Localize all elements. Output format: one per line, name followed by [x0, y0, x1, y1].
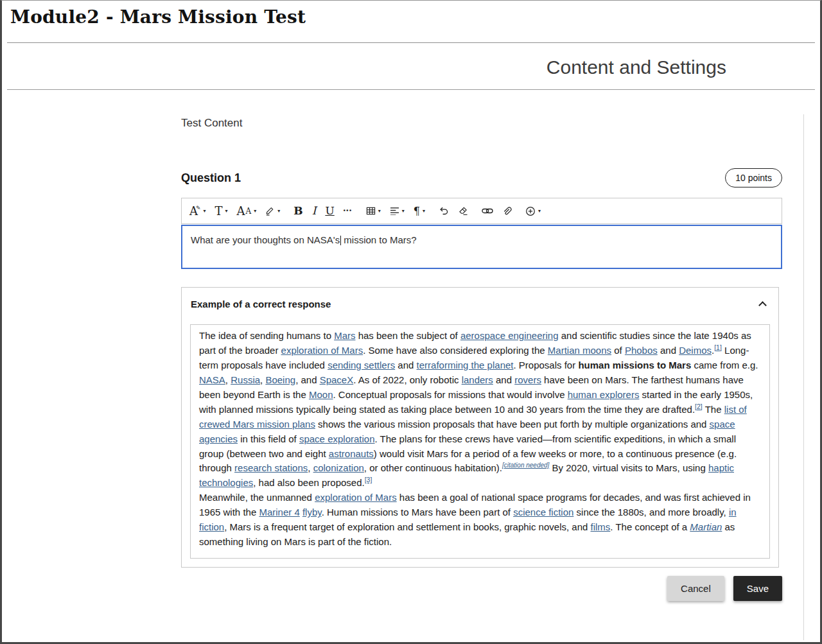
paragraph: The idea of sending humans to Mars has b…: [199, 329, 761, 491]
chevron-down-icon: ▾: [277, 208, 280, 214]
link-icon: [482, 207, 493, 215]
chevron-down-icon: ▾: [538, 208, 541, 214]
italic-button[interactable]: I: [308, 198, 321, 223]
inline-link[interactable]: flyby: [302, 507, 322, 518]
text-color-icon: A✎: [189, 205, 201, 217]
eraser-button[interactable]: [453, 198, 473, 223]
chevron-down-icon: ▾: [423, 208, 425, 214]
underline-button[interactable]: U: [320, 198, 338, 223]
editor-toolbar: A✎▾T▾AA▾▾BIU•••▾▾¶▾▾: [181, 198, 782, 224]
inline-link[interactable]: colonization: [313, 462, 364, 473]
tabs-row: Content and Settings: [2, 43, 820, 78]
inline-link[interactable]: Moon: [309, 389, 333, 400]
app-window: Module2 - Mars Mission Test Content and …: [0, 0, 822, 644]
example-response-text[interactable]: The idea of sending humans to Mars has b…: [190, 324, 770, 559]
editor-text-after-cursor: mission to Mars?: [341, 234, 417, 245]
chevron-up-icon: [758, 301, 767, 309]
example-panel-title: Example of a correct response: [191, 299, 331, 309]
reference-link[interactable]: [2]: [695, 403, 703, 410]
font-family-button[interactable]: T▾: [211, 198, 232, 223]
chevron-down-icon: ▾: [254, 208, 256, 214]
table-icon: [366, 206, 376, 216]
inline-link[interactable]: Boeing: [265, 374, 295, 385]
question-header-row: Question 1 10 points: [181, 168, 782, 187]
inline-link[interactable]: Russia: [231, 374, 260, 385]
reference-marker: [3]: [365, 476, 372, 483]
attachment-button[interactable]: [498, 198, 516, 223]
chevron-down-icon: ▾: [378, 208, 381, 214]
inline-link[interactable]: exploration of Mars: [315, 492, 397, 503]
inline-link[interactable]: exploration of Mars: [281, 345, 363, 356]
attachment-icon: [502, 206, 512, 216]
inline-link[interactable]: science fiction: [513, 507, 573, 518]
chevron-down-icon: ▾: [402, 208, 405, 214]
insert-content-icon: [525, 206, 536, 216]
inline-link[interactable]: rovers: [514, 374, 541, 385]
page-title: Module2 - Mars Mission Test: [2, 1, 820, 28]
font-size-button[interactable]: AA▾: [232, 198, 261, 223]
inline-link[interactable]: human explorers: [568, 389, 640, 400]
inline-link[interactable]: landers: [462, 374, 493, 385]
inline-link[interactable]: films: [591, 521, 611, 532]
paragraph: Meanwhile, the unmanned exploration of M…: [199, 491, 761, 550]
inline-link[interactable]: Deimos: [679, 345, 712, 356]
inline-link[interactable]: Phobos: [625, 345, 658, 356]
paragraph-icon: ¶: [414, 206, 420, 216]
table-button[interactable]: ▾: [362, 198, 385, 223]
inline-link[interactable]: terraforming the planet: [417, 360, 514, 370]
section-label: Test Content: [181, 117, 820, 130]
more-options-icon: •••: [344, 208, 353, 214]
main-content: Test Content Question 1 10 points A✎▾T▾A…: [2, 90, 820, 601]
inline-link[interactable]: NASA: [199, 374, 225, 385]
inline-link[interactable]: space exploration: [299, 433, 375, 444]
inline-link[interactable]: aerospace engineering: [460, 330, 559, 341]
inline-link[interactable]: sending settlers: [328, 360, 395, 370]
more-options-button[interactable]: •••: [339, 198, 357, 223]
inline-link[interactable]: Mariner 4: [259, 507, 299, 518]
reference-link[interactable]: [1]: [714, 344, 722, 351]
align-button[interactable]: ▾: [385, 198, 409, 223]
highlight-button[interactable]: ▾: [261, 198, 284, 223]
example-response-panel: Example of a correct response The idea o…: [181, 287, 779, 568]
example-panel-header[interactable]: Example of a correct response: [190, 297, 770, 311]
insert-content-button[interactable]: ▾: [521, 198, 545, 223]
editor-text-before-cursor: What are your thoughts on NASA's: [191, 234, 340, 245]
bold-icon: B: [293, 205, 302, 216]
question-text-editor[interactable]: What are your thoughts on NASA's mission…: [181, 225, 782, 269]
inline-link[interactable]: research stations: [234, 462, 308, 473]
reference-link[interactable]: [citation needed]: [502, 462, 549, 469]
inline-link[interactable]: astronauts: [329, 448, 374, 459]
reference-marker: [2]: [695, 403, 703, 410]
points-badge[interactable]: 10 points: [725, 168, 782, 187]
reference-marker: [1]: [714, 344, 722, 351]
link-button[interactable]: [477, 198, 498, 223]
undo-button[interactable]: [434, 198, 453, 223]
reference-link[interactable]: [3]: [365, 476, 372, 483]
underline-icon: U: [325, 205, 334, 216]
chevron-down-icon: ▾: [225, 208, 228, 214]
text-color-button[interactable]: A✎▾: [185, 198, 211, 223]
cancel-button[interactable]: Cancel: [667, 576, 724, 601]
tab-content-and-settings[interactable]: Content and Settings: [547, 57, 726, 78]
reference-marker: [citation needed]: [502, 461, 549, 469]
italic-icon: I: [312, 205, 317, 216]
save-button[interactable]: Save: [733, 576, 782, 601]
footer-actions: Cancel Save: [181, 576, 782, 601]
font-family-icon: T: [215, 205, 223, 217]
bold-text: human missions to Mars: [578, 360, 691, 370]
font-size-icon: AA: [237, 205, 252, 217]
inline-link[interactable]: Mars: [334, 330, 355, 341]
paragraph-button[interactable]: ¶▾: [409, 198, 430, 223]
inline-link[interactable]: Martian moons: [548, 345, 611, 356]
title-bar: Module2 - Mars Mission Test: [2, 1, 820, 28]
bold-button[interactable]: B: [289, 198, 307, 223]
collapse-button[interactable]: [758, 297, 767, 311]
undo-icon: [439, 206, 449, 216]
align-icon: [390, 207, 399, 215]
inline-link[interactable]: SpaceX: [320, 374, 354, 385]
highlight-icon: [265, 206, 275, 216]
eraser-icon: [458, 206, 468, 216]
inline-link[interactable]: list of crewed Mars mission plans: [199, 404, 747, 430]
chevron-down-icon: ▾: [204, 208, 206, 214]
inline-link[interactable]: Martian: [690, 521, 722, 532]
